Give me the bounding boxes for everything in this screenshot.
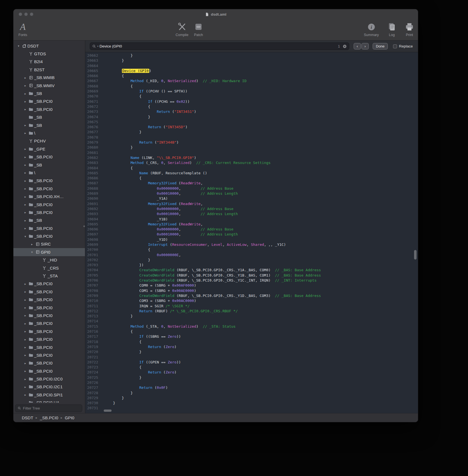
clear-search-icon[interactable]: [343, 44, 347, 48]
find-next-button[interactable]: ›: [361, 43, 369, 49]
sidebar-item-[interactable]: ▸\: [13, 129, 85, 137]
sidebar-item-dsdt[interactable]: ▾DSDT: [13, 42, 85, 50]
sidebar-item-sb-pci0[interactable]: ▸_SB.PCI0: [13, 296, 85, 304]
horizontal-scrollbar[interactable]: [104, 410, 112, 412]
sidebar-item-sb-pci0-i2c0[interactable]: ▸_SB.PCI0.I2C0: [13, 375, 85, 383]
sidebar-item-sb-pci0-xh[interactable]: ▸_SB.PCI0.XH…: [13, 192, 85, 200]
disclosure-expanded-icon[interactable]: ▾: [30, 250, 34, 254]
disclosure-collapsed-icon[interactable]: ▸: [23, 369, 28, 373]
sidebar-item-sb[interactable]: ▸_SB: [13, 161, 85, 169]
sidebar-item-sb-pci0[interactable]: ▸_SB.PCI0: [13, 320, 85, 327]
find-input[interactable]: ▾ Device (GPI0 1: [90, 42, 349, 50]
sidebar-item-b2st[interactable]: B2ST: [13, 66, 85, 73]
sidebar-item-sb-wmiv[interactable]: ▸_SB.WMIV: [13, 82, 85, 89]
sidebar-item-gpe[interactable]: ▸_GPE: [13, 145, 85, 153]
sidebar-item-pchv[interactable]: PCHV: [13, 137, 85, 145]
find-previous-button[interactable]: ‹: [354, 43, 361, 49]
sidebar-item-sb-pci0[interactable]: ▸_SB.PCI0: [13, 97, 85, 105]
disclosure-collapsed-icon[interactable]: ▸: [23, 211, 28, 214]
vertical-scrollbar[interactable]: [414, 250, 417, 260]
disclosure-collapsed-icon[interactable]: ▸: [23, 203, 28, 206]
sidebar-item-sb-pci0[interactable]: ▸_SB.PCI0: [13, 367, 85, 375]
disclosure-collapsed-icon[interactable]: ▸: [23, 219, 28, 222]
disclosure-collapsed-icon[interactable]: ▸: [23, 84, 28, 87]
sidebar-item-sb-pci0[interactable]: ▸_SB.PCI0: [13, 280, 85, 288]
sidebar-item-sb-pci0[interactable]: ▸_SB.PCI0: [13, 351, 85, 359]
sidebar-item-hid[interactable]: _HID: [13, 256, 85, 264]
disclosure-collapsed-icon[interactable]: ▸: [23, 385, 28, 389]
disclosure-collapsed-icon[interactable]: ▸: [23, 393, 28, 396]
summary-button[interactable]: i Summary: [364, 22, 379, 37]
sidebar-item-sb[interactable]: ▸_SB: [13, 89, 85, 97]
disclosure-collapsed-icon[interactable]: ▸: [23, 155, 28, 159]
sidebar-item-sb-pci0[interactable]: ▸_SB.PCI0: [13, 311, 85, 319]
sidebar-item-sta[interactable]: _STA: [13, 272, 85, 280]
sidebar-item-sb-pci0[interactable]: ▸_SB.PCI0: [13, 335, 85, 343]
disclosure-collapsed-icon[interactable]: ▸: [23, 361, 28, 365]
disclosure-collapsed-icon[interactable]: ▸: [23, 76, 28, 79]
disclosure-collapsed-icon[interactable]: ▸: [23, 100, 28, 103]
breadcrumb-item-gpi0[interactable]: GPI0: [65, 415, 74, 420]
sidebar-item-gpi0[interactable]: ▾GPI0: [13, 248, 85, 256]
disclosure-collapsed-icon[interactable]: ▸: [23, 147, 28, 151]
disclosure-expanded-icon[interactable]: ▾: [23, 235, 28, 238]
sidebar-item-crs[interactable]: _CRS: [13, 264, 85, 272]
disclosure-collapsed-icon[interactable]: ▸: [23, 163, 28, 166]
sidebar-item-sb-pci0[interactable]: ▸_SB.PCI0: [13, 327, 85, 335]
sidebar-item-sb-pci0[interactable]: ▸_SB.PCI0: [13, 185, 85, 192]
disclosure-collapsed-icon[interactable]: ▸: [23, 171, 28, 174]
log-button[interactable]: Log: [387, 22, 396, 37]
done-button[interactable]: Done: [373, 43, 388, 49]
disclosure-expanded-icon[interactable]: ▾: [16, 44, 21, 47]
sidebar-item-sb-pci0-ua[interactable]: ▸_SB.PCI0.UA…: [13, 399, 85, 403]
print-button[interactable]: Print: [405, 22, 414, 37]
patch-button[interactable]: Patch: [194, 22, 203, 37]
sidebar-item-sb-pci0[interactable]: ▸_SB.PCI0: [13, 343, 85, 351]
disclosure-collapsed-icon[interactable]: ▸: [23, 290, 28, 293]
filter-tree-input[interactable]: Filter Tree: [15, 404, 82, 412]
sidebar-item-sb-pci0[interactable]: ▸_SB.PCI0: [13, 288, 85, 296]
sidebar-item-gtos[interactable]: GTOS: [13, 50, 85, 58]
disclosure-collapsed-icon[interactable]: ▸: [23, 195, 28, 198]
sidebar-item-sb-pci0[interactable]: ▸_SB.PCI0: [13, 304, 85, 311]
sidebar-item-sb-pci0[interactable]: ▸_SB.PCI0: [13, 208, 85, 216]
sidebar-item-sb-pci0-spi1[interactable]: ▸_SB.PCI0.SPI1: [13, 391, 85, 399]
disclosure-collapsed-icon[interactable]: ▸: [23, 322, 28, 325]
disclosure-collapsed-icon[interactable]: ▸: [23, 282, 28, 285]
disclosure-collapsed-icon[interactable]: ▸: [23, 131, 28, 135]
replace-checkbox[interactable]: [393, 44, 397, 48]
sidebar-item-sirc[interactable]: ▸SIRC: [13, 240, 85, 248]
sidebar-item-sb[interactable]: _SB: [13, 113, 85, 121]
disclosure-collapsed-icon[interactable]: ▸: [23, 353, 28, 357]
disclosure-collapsed-icon[interactable]: ▸: [23, 179, 28, 182]
fonts-button[interactable]: A Fonts: [18, 22, 27, 37]
disclosure-collapsed-icon[interactable]: ▸: [23, 338, 28, 341]
disclosure-collapsed-icon[interactable]: ▸: [23, 92, 28, 95]
disclosure-collapsed-icon[interactable]: ▸: [23, 314, 28, 317]
disclosure-collapsed-icon[interactable]: ▸: [30, 242, 34, 246]
sidebar-item-sb-pci0[interactable]: ▸_SB.PCI0: [13, 359, 85, 367]
sidebar-item-sb-pci0-i2c1[interactable]: ▸_SB.PCI0.I2C1: [13, 383, 85, 391]
sidebar-item-sb[interactable]: ▸_SB: [13, 216, 85, 224]
sidebar-item-[interactable]: ▸\: [13, 169, 85, 177]
disclosure-collapsed-icon[interactable]: ▸: [23, 330, 28, 333]
sidebar-item-b2i4[interactable]: B2I4: [13, 58, 85, 66]
sidebar-item-sb-wmib[interactable]: ▸_SB.WMIB: [13, 74, 85, 82]
disclosure-collapsed-icon[interactable]: ▸: [23, 108, 28, 111]
disclosure-collapsed-icon[interactable]: ▸: [23, 346, 28, 349]
disclosure-collapsed-icon[interactable]: ▸: [23, 227, 28, 230]
sidebar-item-sb[interactable]: ▸_SB: [13, 121, 85, 129]
breadcrumb-item-dsdt[interactable]: DSDT: [22, 415, 33, 420]
pane-splitter-handle[interactable]: [83, 225, 85, 227]
disclosure-collapsed-icon[interactable]: ▸: [23, 401, 28, 403]
sidebar-item-sb-pci0[interactable]: ▸_SB.PCI0: [13, 201, 85, 208]
compile-button[interactable]: Compile: [176, 22, 188, 37]
sidebar-item-sb-pci0[interactable]: ▸_SB.PCI0: [13, 177, 85, 185]
disclosure-collapsed-icon[interactable]: ▸: [23, 123, 28, 127]
sidebar-item-sb-pci0[interactable]: ▾_SB.PCI0: [13, 232, 85, 240]
breadcrumb-item--sb-pci0[interactable]: _SB.PCI0: [40, 415, 58, 420]
chevron-down-icon[interactable]: ▾: [97, 45, 98, 47]
disclosure-collapsed-icon[interactable]: ▸: [23, 306, 28, 309]
code-editor[interactable]: 20662 }20663 }2066420665 Device (GPI0)20…: [85, 52, 418, 413]
disclosure-collapsed-icon[interactable]: ▸: [23, 377, 28, 381]
